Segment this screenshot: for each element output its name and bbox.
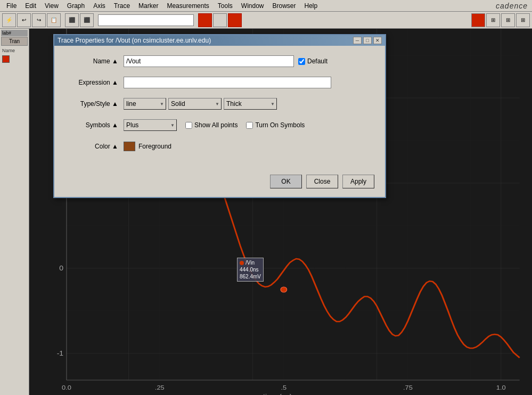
toolbar-btn-2[interactable]: ↩ [17, 13, 31, 27]
type-style-label: Type/Style ▲ [65, 100, 124, 108]
toolbar-grid-btn3[interactable]: ⊞ [516, 13, 530, 27]
color-name: Foreground [138, 143, 171, 150]
toolbar-btn-7[interactable] [213, 13, 227, 27]
color-controls: Foreground [124, 142, 171, 151]
menu-browser[interactable]: Browser [268, 1, 300, 11]
svg-text:time (us): time (us) [263, 393, 292, 395]
turn-on-symbols-checkbox[interactable] [246, 122, 253, 129]
menu-axis[interactable]: Axis [89, 1, 110, 11]
app-container: lab# Tran Name ▶ ⊞ ⊞ ⊞ [0, 29, 532, 395]
symbol-select[interactable]: Plus [124, 119, 177, 131]
toolbar-btn-4[interactable]: 📋 [47, 13, 61, 27]
svg-text:1.0: 1.0 [496, 384, 506, 391]
expression-label: Expression ▲ [65, 79, 124, 86]
svg-text:.5: .5 [281, 384, 287, 391]
sidebar: lab# Tran Name [0, 29, 29, 395]
menu-marker[interactable]: Marker [134, 1, 162, 11]
name-input[interactable] [124, 55, 294, 67]
symbols-label: Symbols ▲ [65, 121, 124, 129]
type-style-controls: line Solid Thick [124, 98, 277, 110]
sidebar-tab-label: lab# [1, 30, 28, 36]
menu-bar: File Edit View Graph Axis Trace Marker M… [0, 0, 532, 12]
thickness-select[interactable]: Thick [224, 98, 277, 110]
toolbar-btn-1[interactable]: ⚡ [2, 13, 16, 27]
toolbar-grid-btn2[interactable]: ⊞ [501, 13, 515, 27]
default-checkbox[interactable] [298, 58, 305, 65]
color-row: Color ▲ Foreground [65, 139, 374, 153]
toolbar-red-btn1[interactable] [198, 13, 212, 27]
dialog-close-btn[interactable]: ✕ [373, 37, 382, 44]
expression-row: Expression ▲ [65, 76, 374, 89]
style-select[interactable]: Solid [168, 98, 222, 110]
type-select[interactable]: line [124, 98, 166, 110]
menu-measurements[interactable]: Measurements [162, 1, 213, 11]
toolbar-grid-btn1[interactable]: ⊞ [486, 13, 500, 27]
toolbar-btn-3[interactable]: ↪ [32, 13, 46, 27]
color-swatch[interactable] [124, 142, 135, 151]
svg-point-35 [281, 287, 287, 292]
turn-on-label: Turn On Symbols [255, 121, 305, 129]
svg-text:0.0: 0.0 [62, 384, 71, 391]
dialog-maximize-btn[interactable]: □ [363, 37, 372, 44]
toolbar-red-btn2[interactable] [228, 13, 242, 27]
sidebar-name-label: Name [1, 47, 28, 54]
trace-color-indicator [2, 55, 10, 63]
menu-help[interactable]: Help [300, 1, 322, 11]
svg-text:0: 0 [59, 265, 63, 272]
svg-text:-1: -1 [57, 350, 63, 357]
close-button[interactable]: Close [306, 175, 338, 188]
main-toolbar: ⚡ ↩ ↪ 📋 ⬛ ⬛ ⊞ ⊞ ⊞ [0, 12, 532, 29]
menu-window[interactable]: Window [237, 1, 268, 11]
expression-input[interactable] [124, 77, 331, 88]
show-all-checkbox[interactable] [185, 122, 192, 129]
symbols-row: Symbols ▲ Plus Show All points [65, 118, 374, 132]
toolbar-btn-6[interactable]: ⬛ [80, 13, 94, 27]
turn-on-symbols-group: Turn On Symbols [246, 121, 305, 129]
cadence-logo: cadence [496, 2, 528, 10]
titlebar-controls: ─ □ ✕ [353, 37, 382, 44]
dialog-body: Name ▲ Default Expression ▲ [54, 46, 385, 169]
toolbar-btn-5[interactable]: ⬛ [65, 13, 79, 27]
plot-area: ▶ ⊞ ⊞ ⊞ [29, 29, 532, 395]
default-label: Default [307, 57, 328, 65]
show-all-label: Show All points [194, 121, 238, 129]
apply-button[interactable]: Apply [342, 175, 374, 188]
name-label: Name ▲ [65, 57, 124, 65]
dialog-buttons: OK Close Apply [54, 169, 385, 197]
menu-trace[interactable]: Trace [110, 1, 134, 11]
dialog-titlebar: Trace Properties for /Vout (on csimclust… [54, 35, 385, 46]
trace-properties-dialog[interactable]: Trace Properties for /Vout (on csimclust… [53, 34, 386, 198]
dialog-title: Trace Properties for /Vout (on csimclust… [58, 37, 211, 44]
menu-view[interactable]: View [40, 1, 63, 11]
svg-text:.75: .75 [403, 384, 413, 391]
menu-tools[interactable]: Tools [214, 1, 237, 11]
svg-text:.25: .25 [155, 384, 165, 391]
sidebar-trace [1, 54, 28, 64]
toolbar-right-red[interactable] [471, 13, 485, 27]
menu-graph[interactable]: Graph [63, 1, 89, 11]
menu-edit[interactable]: Edit [21, 1, 40, 11]
default-checkbox-group: Default [298, 57, 328, 65]
menu-file[interactable]: File [2, 1, 21, 11]
ok-button[interactable]: OK [270, 175, 302, 188]
sidebar-tab-tran[interactable]: Tran [1, 37, 28, 46]
type-style-row: Type/Style ▲ line Solid Thick [65, 97, 374, 111]
name-row: Name ▲ Default [65, 54, 374, 68]
show-all-group: Show All points [185, 121, 238, 129]
toolbar-dropdown[interactable] [98, 14, 194, 26]
symbols-controls: Plus Show All points Turn On Symbols [124, 119, 305, 131]
dialog-minimize-btn[interactable]: ─ [353, 37, 362, 44]
color-label: Color ▲ [65, 143, 124, 150]
